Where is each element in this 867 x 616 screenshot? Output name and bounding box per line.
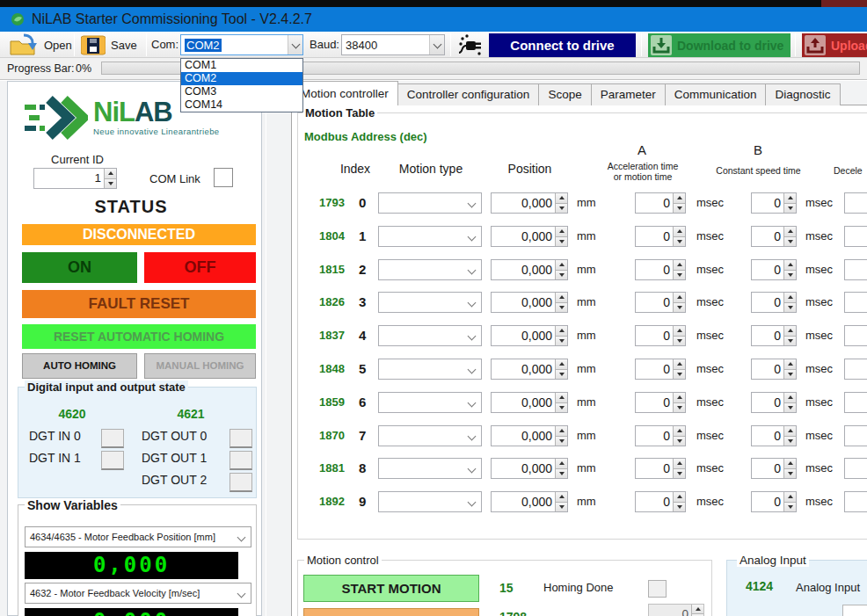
stepper-buttons[interactable] — [104, 169, 116, 188]
position-stepper[interactable]: 0,000 — [491, 458, 568, 479]
acceleration-stepper[interactable]: 0 — [635, 392, 686, 413]
stepper-buttons[interactable] — [555, 326, 567, 345]
acceleration-stepper[interactable]: 0 — [635, 259, 686, 280]
tab-motion-controller[interactable]: Motion controller — [291, 81, 398, 105]
com-option-com1[interactable]: COM1 — [181, 59, 302, 72]
position-stepper[interactable]: 0,000 — [491, 226, 568, 247]
tab-diagnostic[interactable]: Diagnostic — [765, 83, 840, 105]
acceleration-stepper[interactable]: 0 — [635, 359, 686, 380]
baud-select[interactable]: 38400 — [341, 34, 445, 55]
stepper-buttons[interactable] — [555, 227, 567, 246]
fault-reset-button[interactable]: FAULT RESET — [22, 290, 256, 318]
stepper-buttons[interactable] — [783, 326, 796, 345]
deceleration-stepper-partial[interactable] — [844, 392, 867, 413]
stepper-buttons[interactable] — [783, 459, 796, 478]
baud-select-arrow[interactable] — [429, 35, 444, 54]
stepper-buttons[interactable] — [673, 260, 685, 279]
stepper-buttons[interactable] — [673, 492, 685, 511]
constant-speed-stepper[interactable]: 0 — [751, 491, 797, 512]
stepper-buttons[interactable] — [783, 293, 796, 312]
com-option-com14[interactable]: COM14 — [181, 98, 302, 112]
stepper-buttons[interactable] — [783, 426, 796, 446]
stepper-buttons[interactable] — [673, 359, 685, 379]
position-stepper[interactable]: 0,000 — [491, 325, 568, 346]
stepper-buttons[interactable] — [673, 459, 685, 478]
stepper-buttons[interactable] — [673, 227, 685, 246]
deceleration-stepper-partial[interactable] — [844, 325, 867, 346]
deceleration-stepper-partial[interactable] — [844, 491, 867, 512]
acceleration-stepper[interactable]: 0 — [635, 425, 686, 446]
acceleration-stepper[interactable]: 0 — [635, 192, 686, 214]
position-stepper[interactable]: 0,000 — [491, 392, 568, 413]
tab-communication[interactable]: Communication — [665, 83, 767, 105]
stepper-buttons[interactable] — [783, 193, 796, 213]
constant-speed-stepper[interactable]: 0 — [751, 359, 797, 380]
on-button[interactable]: ON — [22, 252, 137, 283]
reset-automatic-homing-button[interactable]: RESET AUTOMATIC HOMING — [22, 324, 256, 349]
deceleration-stepper-partial[interactable] — [844, 226, 867, 247]
stepper-buttons[interactable] — [673, 326, 685, 345]
stepper-buttons[interactable] — [783, 393, 796, 412]
deceleration-stepper-partial[interactable] — [844, 259, 867, 280]
com-select[interactable]: COM2 — [180, 34, 303, 55]
stepper-buttons[interactable] — [555, 393, 567, 412]
tab-scope[interactable]: Scope — [538, 83, 591, 105]
stepper-buttons[interactable] — [555, 293, 567, 312]
position-stepper[interactable]: 0,000 — [491, 491, 568, 512]
deceleration-stepper-partial[interactable] — [844, 192, 867, 214]
stepper-buttons[interactable] — [555, 193, 567, 213]
upload-button[interactable]: Upload — [802, 33, 867, 57]
motion-type-select[interactable] — [378, 425, 482, 446]
motion-type-select[interactable] — [378, 491, 482, 512]
constant-speed-stepper[interactable]: 0 — [751, 325, 797, 346]
deceleration-stepper-partial[interactable] — [844, 359, 867, 380]
stepper-buttons[interactable] — [673, 393, 685, 412]
com-option-com3[interactable]: COM3 — [181, 85, 302, 98]
position-stepper[interactable]: 0,000 — [491, 259, 568, 280]
com-link-checkbox[interactable] — [214, 168, 233, 187]
stepper-buttons[interactable] — [783, 227, 796, 246]
com-select-arrow[interactable] — [288, 35, 302, 54]
stepper-buttons[interactable] — [783, 359, 796, 379]
auto-homing-button[interactable]: AUTO HOMING — [22, 353, 137, 379]
deceleration-stepper-partial[interactable] — [844, 425, 867, 446]
acceleration-stepper[interactable]: 0 — [635, 458, 686, 479]
com-option-com2[interactable]: COM2 — [181, 72, 302, 85]
stepper-buttons[interactable] — [555, 359, 567, 379]
position-stepper[interactable]: 0,000 — [491, 192, 568, 214]
constant-speed-stepper[interactable]: 0 — [751, 226, 797, 247]
motion-type-select[interactable] — [378, 192, 482, 214]
position-stepper[interactable]: 0,000 — [491, 359, 568, 380]
constant-speed-stepper[interactable]: 0 — [751, 458, 797, 479]
motion-type-select[interactable] — [378, 292, 482, 313]
motion-type-select[interactable] — [378, 392, 482, 413]
tab-controller-configuration[interactable]: Controller configuration — [397, 83, 540, 105]
stepper-buttons[interactable] — [555, 492, 567, 511]
off-button[interactable]: OFF — [144, 252, 256, 283]
stepper-buttons[interactable] — [691, 605, 703, 616]
download-to-drive-button[interactable]: Download to drive — [648, 33, 790, 57]
motion-type-select[interactable] — [378, 325, 482, 346]
acceleration-stepper[interactable]: 0 — [635, 325, 686, 346]
motion-type-select[interactable] — [378, 359, 482, 380]
stepper-buttons[interactable] — [673, 193, 685, 213]
deceleration-stepper-partial[interactable] — [844, 458, 867, 479]
motion-type-select[interactable] — [378, 458, 482, 479]
connect-to-drive-button[interactable]: Connect to drive — [489, 33, 636, 57]
stop-motion-stepper[interactable]: 0 — [648, 604, 704, 616]
start-motion-button[interactable]: START MOTION — [303, 575, 479, 602]
stepper-buttons[interactable] — [555, 260, 567, 279]
stepper-buttons[interactable] — [673, 293, 685, 312]
stepper-buttons[interactable] — [555, 459, 567, 478]
constant-speed-stepper[interactable]: 0 — [751, 425, 797, 446]
stepper-buttons[interactable] — [783, 492, 796, 511]
acceleration-stepper[interactable]: 0 — [635, 491, 686, 512]
acceleration-stepper[interactable]: 0 — [635, 226, 686, 247]
variable-1-select[interactable]: 4634/4635 - Motor Feedback Position [mm] — [25, 526, 251, 547]
position-stepper[interactable]: 0,000 — [491, 425, 568, 446]
stepper-buttons[interactable] — [783, 260, 796, 279]
stop-motion-button[interactable]: STOP MOTION — [303, 608, 479, 616]
position-stepper[interactable]: 0,000 — [491, 292, 568, 313]
acceleration-stepper[interactable]: 0 — [635, 292, 686, 313]
manual-homing-button[interactable]: MANUAL HOMING — [144, 353, 256, 379]
